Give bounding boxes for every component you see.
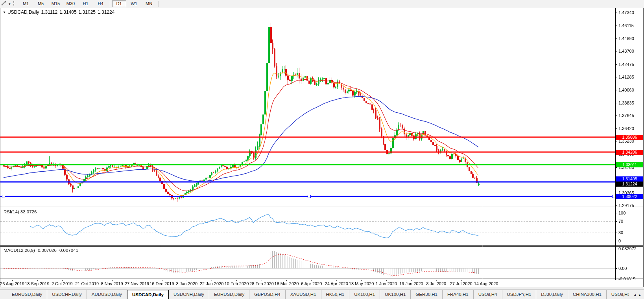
chart-tab-usdchf-daily[interactable]: USDCHF,Daily <box>47 290 87 299</box>
tool-dropdown-caret[interactable]: ▾ <box>7 0 12 7</box>
time-axis-label: 1 Jun 2020 <box>376 281 397 286</box>
timeframe-m1-button[interactable]: M1 <box>19 0 33 7</box>
chart-tab-uk100-h1[interactable]: UK100,H1 <box>380 290 411 299</box>
collapse-arrow-icon[interactable]: ▼ <box>3 11 6 14</box>
chart-tab-eurusd-daily[interactable]: EURUSD,Daily <box>7 290 47 299</box>
ohlc-close: 1.31224 <box>98 9 114 15</box>
price-axis-label: 1.36420 <box>618 126 634 131</box>
rsi-axis-label: 70 <box>618 219 623 224</box>
price-axis-label: 1.41285 <box>618 75 634 79</box>
price-axis-label: 1.40060 <box>618 88 634 92</box>
macd-indicator-label: MACD(12,26,9) -0.007026 -0.007041 <box>4 248 78 253</box>
time-axis-label: 16 Dec 2019 <box>149 281 174 286</box>
chart-tab-audusd-daily[interactable]: AUDUSD,Daily <box>87 290 127 299</box>
chart-header: ▼USDCAD,Daily1.311121.314051.310251.3122… <box>3 9 114 15</box>
level-price-badge: 1.33011 <box>616 162 643 167</box>
time-axis-label: 22 Jan 2020 <box>200 281 224 286</box>
time-axis-label: 27 Jul 2020 <box>450 281 472 286</box>
chart-tab-dj30-daily[interactable]: DJ30,Daily <box>536 290 568 299</box>
tab-scroll-left-icon[interactable]: ◂ <box>634 293 636 297</box>
chart-tab-gbpusd-h4[interactable]: GBPUSD,H4 <box>249 290 285 299</box>
timeframe-m15-button[interactable]: M15 <box>49 0 63 7</box>
toolbar-separator <box>110 1 110 7</box>
chart-tab-xauusd-h1[interactable]: XAUUSD,H1 <box>286 290 321 299</box>
drawing-tool-button[interactable] <box>0 0 7 7</box>
chart-tab-usoil-h1[interactable]: USOil,H1 <box>607 290 629 299</box>
time-axis-label: 8 Nov 2019 <box>101 281 123 286</box>
timeframe-group: M1M5M15M30H1H4D1W1MN <box>18 0 160 7</box>
chart-tab-usdcnh-daily[interactable]: USDCNH,Daily <box>169 290 209 299</box>
tab-scroll-right-icon[interactable]: ▸ <box>639 293 641 297</box>
timeframe-h4-button[interactable]: H4 <box>94 0 108 7</box>
level-price-badge: 1.30022 <box>616 194 643 199</box>
chart-tab-usdcad-daily[interactable]: USDCAD,Daily <box>127 290 169 299</box>
macd-axis-label: 0.00 <box>618 266 627 271</box>
chart-tab-usoil-h4[interactable]: USOil,H4 <box>474 290 502 299</box>
toolbar-separator <box>158 1 159 7</box>
time-axis-label: 18 Mar 2020 <box>275 281 299 286</box>
chart-symbol-label: USDCAD,Daily <box>7 9 39 15</box>
time-axis-label: 8 Jul 2020 <box>426 281 446 286</box>
price-axis-label: 1.47340 <box>618 10 634 15</box>
chart-tab-bar: EURUSD,DailyUSDCHF,DailyAUDUSD,DailyUSDC… <box>0 290 644 299</box>
cursor-line-tool-icon <box>1 0 7 7</box>
mt4-terminal: ▾ M1M5M15M30H1H4D1W1MN ▼USDCAD,Daily1.31… <box>0 0 644 299</box>
time-axis-label: 2 Oct 2019 <box>52 281 73 286</box>
timeframe-h1-button[interactable]: H1 <box>79 0 93 7</box>
time-axis-label: 27 Nov 2019 <box>125 281 149 286</box>
rsi-indicator-label: RSI(14) 33.0726 <box>4 209 37 214</box>
rsi-axis-label: 0 <box>618 238 621 243</box>
time-axis-label: 6 Apr 2020 <box>301 281 322 286</box>
chart-tab-ger30-h1[interactable]: GER30,H1 <box>411 290 443 299</box>
price-axis-label: 1.37645 <box>618 113 634 118</box>
tab-scroll-controls: ◂ ▸ <box>631 290 644 299</box>
time-axis-label: 21 Oct 2019 <box>75 281 99 286</box>
time-axis-label: 24 Apr 2020 <box>325 281 348 286</box>
ohlc-high: 1.31405 <box>59 9 76 15</box>
level-price-badge: 1.34206 <box>616 150 643 155</box>
chart-tabs: EURUSD,DailyUSDCHF,DailyAUDUSD,DailyUSDC… <box>0 290 629 299</box>
price-axis-label: 1.29175 <box>618 203 634 208</box>
timeframe-mn-button[interactable]: MN <box>142 0 156 7</box>
time-axis-label: 3 Jan 2020 <box>176 281 197 286</box>
chart-tab-hk50-h1[interactable]: HK50,H1 <box>321 290 350 299</box>
level-price-badge: 1.35606 <box>616 135 643 140</box>
time-axis-label: 14 Aug 2020 <box>474 281 498 286</box>
chart-tab-usdjpy-h1[interactable]: USDJPY,H1 <box>502 290 537 299</box>
price-chart-canvas[interactable] <box>0 8 643 287</box>
chart-tab-china300-h1[interactable]: CHINA300,H1 <box>568 290 607 299</box>
current-price-badge: 1.31224 <box>616 182 643 187</box>
ohlc-open: 1.31112 <box>41 9 58 15</box>
time-axis-label: 10 Feb 2020 <box>225 281 249 286</box>
timeframe-w1-button[interactable]: W1 <box>127 0 141 7</box>
price-axis-label: 1.44890 <box>618 36 634 41</box>
chart-tab-fra40-h1[interactable]: FRA40,H1 <box>443 290 474 299</box>
level-price-badge: 1.31405 <box>616 176 643 182</box>
time-axis-label: 26 Aug 2019 <box>0 281 24 286</box>
rsi-axis-label: 30 <box>618 230 623 235</box>
price-axis-label: 1.46115 <box>618 23 634 28</box>
time-axis: 26 Aug 201913 Sep 20192 Oct 201921 Oct 2… <box>0 280 643 287</box>
toolbar-grip[interactable] <box>13 1 16 6</box>
chart-tab-eurusd-daily[interactable]: EURUSD,Daily <box>209 290 249 299</box>
time-axis-label: 28 Feb 2020 <box>249 281 274 286</box>
chart-window: ▼USDCAD,Daily1.311121.314051.310251.3122… <box>0 8 644 287</box>
macd-axis-label: 0.032972 <box>618 246 637 251</box>
time-axis-label: 13 Sep 2019 <box>25 281 49 286</box>
ohlc-low: 1.31025 <box>79 9 96 15</box>
price-axis-label: 1.43700 <box>618 49 634 53</box>
timeframe-d1-button[interactable]: D1 <box>112 0 126 7</box>
chart-tab-uk100-h1[interactable]: UK100,H1 <box>349 290 380 299</box>
price-axis-label: 1.42475 <box>618 62 634 67</box>
timeframe-m5-button[interactable]: M5 <box>34 0 48 7</box>
rsi-axis-label: 100 <box>618 211 626 215</box>
time-axis-label: 13 May 2020 <box>349 281 374 286</box>
time-axis-label: 19 Jun 2020 <box>399 281 423 286</box>
timeframe-m30-button[interactable]: M30 <box>64 0 78 7</box>
price-axis-label: 1.38835 <box>618 101 634 105</box>
chart-toolbar: ▾ M1M5M15M30H1H4D1W1MN <box>0 0 644 8</box>
